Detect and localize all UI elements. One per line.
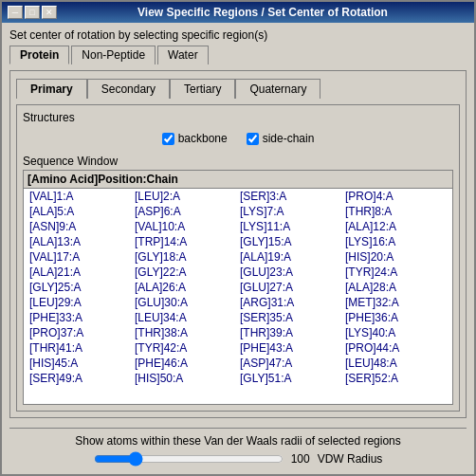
table-row[interactable]: [VAL]1:A[LEU]2:A[SER]3:A[PRO]4:A xyxy=(24,189,452,204)
table-cell: [ALA]28:A xyxy=(343,281,449,294)
table-cell: [ALA]26:A xyxy=(133,281,238,294)
title-bar-buttons: ─ □ ✕ xyxy=(8,6,57,19)
table-row[interactable]: [LEU]29:A[GLU]30:A[ARG]31:A[MET]32:A xyxy=(24,295,452,310)
table-cell: [PHE]33:A xyxy=(27,311,133,324)
table-cell: [LEU]48:A xyxy=(343,357,449,370)
table-cell: [GLY]22:A xyxy=(133,265,238,279)
table-cell: [GLU]23:A xyxy=(238,265,343,279)
table-cell: [GLY]18:A xyxy=(133,250,238,264)
main-tabs: Primary Secondary Tertiary Quaternary xyxy=(16,79,460,99)
table-cell: [TRP]14:A xyxy=(133,235,238,248)
side-chain-checkbox[interactable] xyxy=(247,133,259,145)
table-cell: [HIS]20:A xyxy=(343,250,449,264)
table-cell: [VAL]17:A xyxy=(27,250,133,264)
table-cell: [ALA]21:A xyxy=(27,265,133,279)
table-cell: [ALA]19:A xyxy=(238,250,343,264)
table-row[interactable]: [PRO]37:A[THR]38:A[THR]39:A[LYS]40:A xyxy=(24,325,452,340)
main-tab-secondary[interactable]: Secondary xyxy=(87,79,170,99)
table-cell: [ALA]12:A xyxy=(343,220,449,233)
main-tab-tertiary[interactable]: Tertiary xyxy=(170,79,235,99)
sequence-section: Sequence Window [Amino Acid]Position:Cha… xyxy=(23,155,453,405)
vdw-value: 100 xyxy=(291,452,310,466)
table-row[interactable]: [SER]49:A[HIS]50:A[GLY]51:A[SER]52:A xyxy=(24,371,452,386)
table-cell: [ARG]31:A xyxy=(238,296,343,309)
filter-tabs: Protein Non-Peptide Water xyxy=(9,46,467,64)
table-cell: [LYS]7:A xyxy=(238,205,343,218)
sequence-table: [Amino Acid]Position:Chain [VAL]1:A[LEU]… xyxy=(23,170,453,405)
table-row[interactable]: [ASN]9:A[VAL]10:A[LYS]11:A[ALA]12:A xyxy=(24,219,452,234)
sequence-list[interactable]: [VAL]1:A[LEU]2:A[SER]3:A[PRO]4:A[ALA]5:A… xyxy=(24,189,452,404)
instruction-text: Set center of rotation by selecting spec… xyxy=(9,28,467,42)
table-row[interactable]: [ALA]21:A[GLY]22:A[GLU]23:A[TYR]24:A xyxy=(24,265,452,280)
table-cell: [GLY]51:A xyxy=(238,372,343,385)
side-chain-checkbox-label[interactable]: side-chain xyxy=(247,132,315,145)
window-title: View Specific Regions / Set Center of Ro… xyxy=(57,6,468,19)
table-cell: [HIS]45:A xyxy=(27,357,133,370)
table-cell: [GLY]25:A xyxy=(27,281,133,294)
vdw-label: VDW Radius xyxy=(318,452,383,466)
vdw-row: 100 VDW Radius xyxy=(9,451,467,467)
table-cell: [TYR]42:A xyxy=(133,341,238,355)
table-cell: [ASN]9:A xyxy=(27,220,133,233)
minimize-button[interactable]: ─ xyxy=(8,6,23,19)
table-cell: [SER]49:A xyxy=(27,372,133,385)
filter-tab-water[interactable]: Water xyxy=(157,46,209,64)
backbone-checkbox-label[interactable]: backbone xyxy=(162,132,228,145)
table-row[interactable]: [PHE]33:A[LEU]34:A[SER]35:A[PHE]36:A xyxy=(24,310,452,325)
main-tab-primary[interactable]: Primary xyxy=(16,79,87,99)
table-cell: [PHE]36:A xyxy=(343,311,449,324)
bottom-text: Show atoms within these Van der Waals ra… xyxy=(9,434,467,448)
table-row[interactable]: [ALA]5:A[ASP]6:A[LYS]7:A[THR]8:A xyxy=(24,204,452,219)
close-button[interactable]: ✕ xyxy=(42,6,57,19)
table-cell: [PRO]44:A xyxy=(343,341,449,355)
table-cell: [VAL]1:A xyxy=(27,190,133,203)
table-row[interactable]: [THR]41:A[TYR]42:A[PHE]43:A[PRO]44:A xyxy=(24,340,452,356)
bottom-section: Show atoms within these Van der Waals ra… xyxy=(9,422,467,468)
backbone-checkbox[interactable] xyxy=(162,133,174,145)
table-cell: [LYS]16:A xyxy=(343,235,449,248)
main-tab-quaternary[interactable]: Quaternary xyxy=(235,79,320,99)
filter-tab-protein[interactable]: Protein xyxy=(9,46,69,64)
table-cell: [PRO]37:A xyxy=(27,326,133,339)
table-row[interactable]: [GLY]25:A[ALA]26:A[GLU]27:A[ALA]28:A xyxy=(24,280,452,295)
table-cell: [ALA]13:A xyxy=(27,235,133,248)
title-bar: ─ □ ✕ View Specific Regions / Set Center… xyxy=(2,2,474,23)
table-cell: [ASP]6:A xyxy=(133,205,238,218)
table-cell: [SER]52:A xyxy=(343,372,449,385)
backbone-label: backbone xyxy=(178,132,228,145)
table-cell: [THR]41:A xyxy=(27,341,133,355)
structures-label: Structures xyxy=(23,111,453,124)
table-cell: [THR]39:A xyxy=(238,326,343,339)
table-cell: [ALA]5:A xyxy=(27,205,133,218)
structures-section: Structures backbone side-chain xyxy=(23,111,453,149)
table-cell: [THR]8:A xyxy=(343,205,449,218)
table-cell: [LEU]2:A xyxy=(133,190,238,203)
table-cell: [PHE]43:A xyxy=(238,341,343,355)
table-cell: [THR]38:A xyxy=(133,326,238,339)
table-cell: [ASP]47:A xyxy=(238,357,343,370)
table-cell: [MET]32:A xyxy=(343,296,449,309)
table-row[interactable]: [VAL]17:A[GLY]18:A[ALA]19:A[HIS]20:A xyxy=(24,249,452,265)
table-cell: [GLY]15:A xyxy=(238,235,343,248)
maximize-button[interactable]: □ xyxy=(25,6,40,19)
table-cell: [HIS]50:A xyxy=(133,372,238,385)
vdw-slider[interactable] xyxy=(94,451,284,467)
sequence-column-header: [Amino Acid]Position:Chain xyxy=(24,171,452,189)
filter-tab-panel: Primary Secondary Tertiary Quaternary St… xyxy=(9,70,467,418)
table-cell: [TYR]24:A xyxy=(343,265,449,279)
filter-tab-non-peptide[interactable]: Non-Peptide xyxy=(71,46,156,64)
table-row[interactable]: [ALA]13:A[TRP]14:A[GLY]15:A[LYS]16:A xyxy=(24,234,452,249)
sequence-label: Sequence Window xyxy=(23,155,453,168)
main-window: ─ □ ✕ View Specific Regions / Set Center… xyxy=(0,0,476,476)
window-content: Set center of rotation by selecting spec… xyxy=(2,23,474,474)
table-cell: [PRO]4:A xyxy=(343,190,449,203)
separator xyxy=(9,428,467,429)
table-cell: [VAL]10:A xyxy=(133,220,238,233)
table-cell: [LEU]29:A xyxy=(27,296,133,309)
table-cell: [PHE]46:A xyxy=(133,357,238,370)
table-row[interactable]: [HIS]45:A[PHE]46:A[ASP]47:A[LEU]48:A xyxy=(24,356,452,371)
table-cell: [LYS]40:A xyxy=(343,326,449,339)
table-cell: [SER]3:A xyxy=(238,190,343,203)
table-cell: [SER]35:A xyxy=(238,311,343,324)
main-tab-panel: Structures backbone side-chain xyxy=(16,104,460,412)
